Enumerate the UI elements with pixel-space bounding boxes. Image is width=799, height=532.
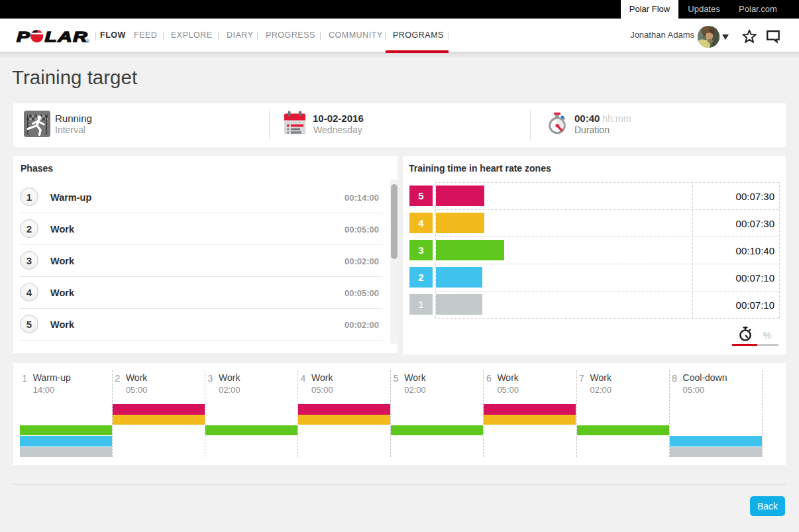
svg-text:®: ® (86, 38, 90, 44)
svg-text:LAR: LAR (45, 28, 89, 45)
svg-text:P: P (17, 28, 30, 45)
